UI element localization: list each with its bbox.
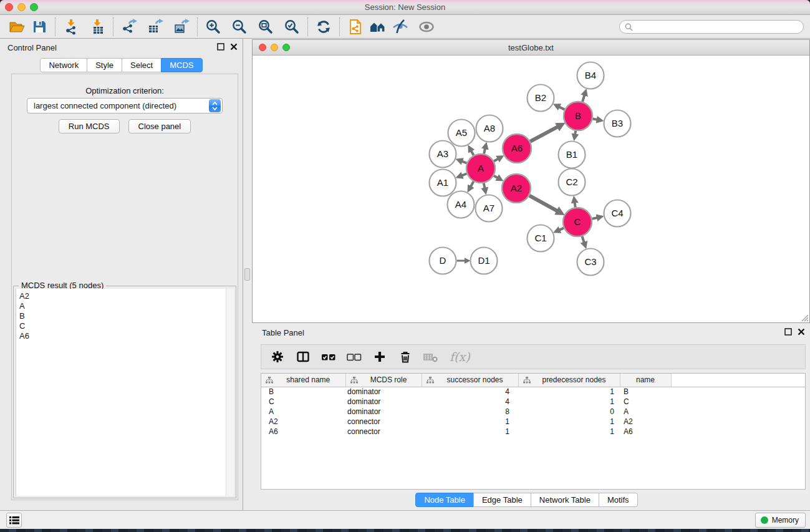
graph-node-A2[interactable]: A2 (502, 174, 531, 203)
search-input[interactable] (636, 22, 798, 31)
graph-node-A6[interactable]: A6 (503, 134, 531, 163)
tab-mcds[interactable]: MCDS (161, 58, 202, 72)
column-header-shared-name[interactable]: shared name (261, 374, 345, 387)
graph-edge-A-A1[interactable] (461, 174, 467, 176)
criterion-select[interactable]: largest connected component (directed) (27, 98, 223, 114)
float-table-panel-button[interactable] (784, 328, 792, 336)
network-window-titlebar[interactable]: testGlobe.txt (253, 40, 809, 56)
mcds-result-item[interactable]: A (19, 301, 226, 311)
table-row[interactable]: A6connector11A6 (261, 427, 805, 437)
graph-node-A4[interactable]: A4 (448, 191, 475, 218)
graph-node-A1[interactable]: A1 (430, 170, 456, 196)
zoom-selected-button[interactable] (282, 17, 301, 36)
table-tab-network-table[interactable]: Network Table (531, 493, 599, 507)
export-table-button[interactable] (146, 17, 165, 36)
graph-node-C1[interactable]: C1 (528, 225, 554, 252)
tab-select[interactable]: Select (122, 58, 162, 72)
network-graph[interactable]: B4B2BB3A8A5A6A3B1AC2A1A2A4A7C4CC1DD1C3 (253, 56, 809, 322)
graph-node-D[interactable]: D (430, 248, 456, 274)
network-canvas[interactable]: B4B2BB3A8A5A6A3B1AC2A1A2A4A7C4CC1DD1C3 (253, 56, 809, 322)
graph-edge-B-B4[interactable] (582, 94, 585, 102)
hide-graphics-details-button[interactable] (391, 17, 410, 36)
table-tab-edge-table[interactable]: Edge Table (473, 493, 531, 507)
graph-node-D1[interactable]: D1 (471, 248, 498, 274)
zoom-in-button[interactable] (204, 17, 223, 36)
table-row[interactable]: Cdominator41C (261, 397, 805, 407)
graph-node-A[interactable]: A (466, 154, 495, 183)
graph-edge-C-C1[interactable] (559, 228, 564, 231)
graph-edge-A-A3[interactable] (461, 161, 467, 163)
graph-node-B[interactable]: B (564, 102, 592, 130)
graph-node-B4[interactable]: B4 (577, 62, 604, 89)
graph-edge-A-A6[interactable] (494, 158, 499, 162)
save-session-button[interactable] (30, 17, 49, 36)
close-table-panel-button[interactable] (798, 328, 805, 336)
close-panel-button-mcds[interactable]: Close panel (128, 119, 191, 133)
mcds-result-item[interactable]: B (19, 311, 226, 321)
graph-node-A3[interactable]: A3 (430, 141, 456, 168)
apply-layout-button[interactable] (314, 17, 333, 36)
table-tab-node-table[interactable]: Node Table (415, 493, 474, 507)
delete-column-button[interactable] (397, 349, 413, 365)
table-tab-motifs[interactable]: Motifs (599, 493, 638, 507)
column-header-predecessor-nodes[interactable]: predecessor nodes (518, 374, 620, 387)
mcds-result-item[interactable]: A6 (19, 331, 226, 341)
table-row[interactable]: Bdominator41B (261, 387, 805, 397)
graph-node-A5[interactable]: A5 (448, 120, 475, 147)
graph-edge-B-B1[interactable] (575, 131, 576, 135)
column-header-successor-nodes[interactable]: successor nodes (422, 374, 518, 387)
graph-edge-A-A7[interactable] (484, 183, 485, 190)
graph-node-C3[interactable]: C3 (577, 249, 604, 276)
graph-node-C[interactable]: C (563, 208, 592, 236)
graph-node-A8[interactable]: A8 (476, 115, 503, 142)
export-image-button[interactable] (172, 17, 191, 36)
mcds-result-item[interactable]: C (19, 321, 226, 331)
zoom-fit-button[interactable] (256, 17, 275, 36)
run-mcds-button[interactable]: Run MCDS (59, 119, 120, 133)
import-table-button[interactable] (88, 17, 107, 36)
import-network-button[interactable] (62, 17, 80, 36)
export-network-button[interactable] (120, 17, 138, 36)
graph-edge-C-C4[interactable] (592, 218, 598, 219)
memory-button[interactable]: Memory (755, 513, 806, 528)
graph-node-C2[interactable]: C2 (559, 169, 586, 196)
close-panel-button[interactable] (230, 43, 238, 51)
graph-node-B1[interactable]: B1 (559, 142, 586, 168)
float-panel-button[interactable] (217, 43, 224, 51)
graph-edge-A-A4[interactable] (470, 181, 473, 187)
new-network-from-selection-button[interactable] (346, 17, 365, 36)
graph-node-B3[interactable]: B3 (604, 110, 631, 137)
task-history-button[interactable] (6, 513, 22, 528)
splitter-handle-vertical[interactable] (244, 268, 250, 281)
zoom-out-button[interactable] (230, 17, 249, 36)
show-graphics-details-button[interactable] (417, 17, 436, 36)
tab-network[interactable]: Network (40, 58, 87, 72)
show-column-button[interactable] (295, 349, 311, 365)
table-row[interactable]: A2connector11A2 (261, 417, 805, 427)
create-column-button[interactable] (372, 349, 388, 365)
mcds-result-item[interactable]: A2 (19, 291, 226, 301)
graph-edge-A-A2[interactable] (494, 176, 498, 178)
column-header-MCDS-role[interactable]: MCDS role (345, 374, 422, 387)
graph-edge-A6-B[interactable] (530, 126, 559, 141)
scrollbar-track[interactable] (226, 289, 234, 496)
tab-style[interactable]: Style (87, 58, 122, 72)
graph-node-C4[interactable]: C4 (604, 200, 631, 227)
graph-node-B2[interactable]: B2 (528, 85, 554, 112)
graph-edge-A-A8[interactable] (484, 148, 485, 154)
function-builder-button[interactable]: f(x) (450, 350, 470, 364)
graph-edge-C-C3[interactable] (582, 236, 585, 243)
table-options-button[interactable] (269, 349, 286, 365)
reset-view-button[interactable] (369, 17, 387, 36)
graph-edge-C-C2[interactable] (574, 201, 575, 207)
deselect-all-rows-button[interactable] (346, 349, 362, 365)
graph-edge-A-A5[interactable] (471, 150, 474, 155)
graph-edge-B-B3[interactable] (593, 119, 599, 120)
graph-node-A7[interactable]: A7 (476, 195, 503, 222)
search-field[interactable] (619, 20, 804, 34)
select-all-rows-button[interactable] (321, 349, 337, 365)
graph-edge-B-B2[interactable] (558, 107, 564, 110)
resize-grip[interactable] (800, 313, 809, 322)
column-header-name[interactable]: name (620, 374, 671, 387)
delete-table-button[interactable] (423, 349, 439, 365)
